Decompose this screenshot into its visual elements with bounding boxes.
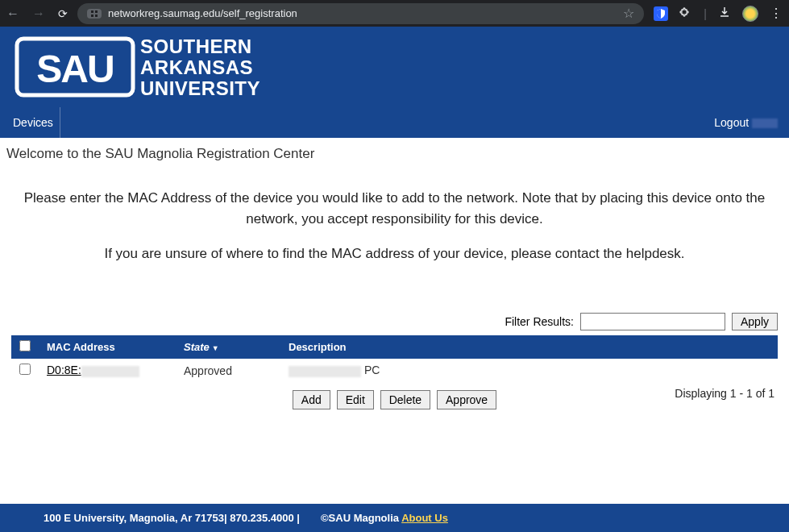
sau-logo-text: SOUTHERN ARKANSAS UNIVERSITY bbox=[140, 34, 318, 100]
desc-redacted bbox=[289, 366, 361, 377]
browser-toolbar: ← → ⟳ networkreg.saumag.edu/self_registr… bbox=[0, 0, 789, 27]
extension-shield-icon[interactable] bbox=[654, 6, 668, 21]
select-all-checkbox[interactable] bbox=[19, 340, 31, 351]
username-redacted bbox=[752, 118, 778, 128]
svg-text:SAU: SAU bbox=[36, 48, 113, 90]
svg-text:UNIVERSITY: UNIVERSITY bbox=[140, 77, 260, 99]
mac-redacted bbox=[81, 366, 139, 377]
filter-input[interactable] bbox=[580, 313, 725, 330]
edit-button[interactable]: Edit bbox=[337, 390, 374, 409]
svg-rect-0 bbox=[91, 10, 93, 13]
footer-copyright: ©SAU Magnolia About Us bbox=[321, 512, 448, 524]
svg-rect-3 bbox=[95, 15, 98, 17]
nav-logout[interactable]: Logout bbox=[714, 116, 783, 129]
bookmark-icon[interactable]: ☆ bbox=[623, 6, 634, 21]
filter-label: Filter Results: bbox=[505, 315, 574, 328]
reload-icon[interactable]: ⟳ bbox=[58, 7, 68, 20]
site-settings-icon[interactable] bbox=[87, 9, 102, 19]
svg-text:SOUTHERN: SOUTHERN bbox=[140, 35, 252, 57]
filter-row: Filter Results: Apply bbox=[11, 313, 778, 330]
svg-text:ARKANSAS: ARKANSAS bbox=[140, 56, 253, 78]
instruction-line-1: Please enter the MAC Address of the devi… bbox=[16, 188, 773, 231]
main-nav: Devices Logout bbox=[0, 107, 789, 138]
table-row: D0:8E: Approved PC bbox=[11, 359, 778, 382]
delete-button[interactable]: Delete bbox=[380, 390, 430, 409]
action-row: Displaying 1 - 1 of 1 Add Edit Delete Ap… bbox=[0, 390, 789, 409]
toolbar-divider: | bbox=[704, 7, 707, 20]
about-us-link[interactable]: About Us bbox=[401, 512, 448, 524]
extensions-icon[interactable] bbox=[679, 6, 692, 21]
forward-icon[interactable]: → bbox=[32, 6, 45, 21]
back-icon[interactable]: ← bbox=[6, 6, 19, 21]
nav-devices[interactable]: Devices bbox=[6, 107, 60, 138]
table-header-row: MAC Address State▼ Description bbox=[11, 335, 778, 359]
svg-rect-2 bbox=[91, 15, 93, 17]
page-title: Welcome to the SAU Magnolia Registration… bbox=[0, 138, 789, 167]
header-description[interactable]: Description bbox=[280, 335, 778, 359]
address-bar[interactable]: networkreg.saumag.edu/self_registration … bbox=[77, 3, 644, 24]
apply-button[interactable]: Apply bbox=[732, 313, 778, 330]
profile-avatar-icon[interactable] bbox=[742, 6, 758, 22]
mac-address-link[interactable]: D0:8E: bbox=[47, 364, 81, 376]
devices-table: MAC Address State▼ Description D0:8E: Ap… bbox=[11, 335, 778, 382]
instructions-block: Please enter the MAC Address of the devi… bbox=[16, 188, 773, 264]
sort-desc-icon: ▼ bbox=[212, 344, 219, 352]
header-state[interactable]: State▼ bbox=[176, 335, 280, 359]
url-text: networkreg.saumag.edu/self_registration bbox=[108, 7, 297, 19]
footer-address: 100 E University, Magnolia, Ar 71753| 87… bbox=[44, 512, 300, 524]
menu-icon[interactable]: ⋮ bbox=[770, 6, 783, 21]
row-checkbox[interactable] bbox=[19, 364, 31, 375]
site-logo[interactable]: SAU SOUTHERN ARKANSAS UNIVERSITY bbox=[15, 32, 318, 102]
site-footer: 100 E University, Magnolia, Ar 71753| 87… bbox=[0, 504, 789, 532]
download-icon[interactable] bbox=[718, 6, 731, 21]
add-button[interactable]: Add bbox=[293, 390, 330, 409]
logout-label: Logout bbox=[714, 116, 749, 129]
row-state: Approved bbox=[176, 359, 280, 382]
sau-logo-mark: SAU bbox=[15, 32, 135, 102]
site-header: SAU SOUTHERN ARKANSAS UNIVERSITY bbox=[0, 27, 789, 107]
display-count: Displaying 1 - 1 of 1 bbox=[675, 387, 774, 400]
header-mac[interactable]: MAC Address bbox=[39, 335, 176, 359]
instruction-line-2: If you are unsure of where to find the M… bbox=[16, 243, 773, 264]
row-description: PC bbox=[280, 359, 778, 382]
approve-button[interactable]: Approve bbox=[437, 390, 496, 409]
svg-rect-1 bbox=[95, 10, 98, 13]
